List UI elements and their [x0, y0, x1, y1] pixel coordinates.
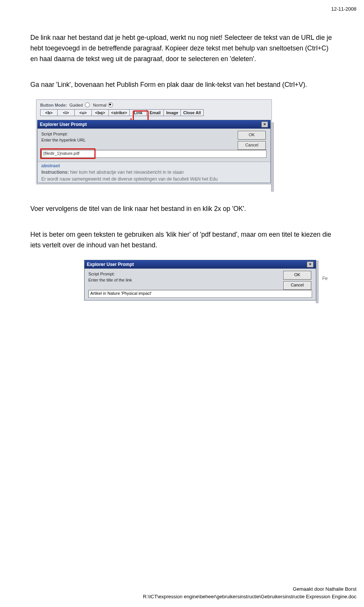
prompt-text: Enter the hyperlink URL — [41, 138, 267, 142]
radio-normal[interactable] — [108, 102, 113, 107]
dialog-hyperlink: Explorer User Prompt × OK Cancel Script … — [37, 120, 271, 183]
close-icon[interactable]: × — [307, 261, 314, 267]
cutoff-text: Fe — [322, 276, 328, 281]
scrollbar — [316, 261, 318, 303]
script-prompt-label: Script Prompt: — [41, 132, 267, 136]
struck-text: abstract — [40, 163, 268, 169]
prompt-text: Enter the title of the link — [88, 278, 312, 282]
toolbar-closeall[interactable]: Close All — [180, 109, 204, 116]
close-icon[interactable]: × — [261, 121, 268, 127]
dialog-link-title: Explorer User Prompt × OK Cancel Script … — [84, 260, 316, 300]
toolbar-email[interactable]: Email — [146, 109, 164, 116]
truncated-content-line: Er wordt nauw samengewerkt met de divers… — [40, 176, 268, 183]
mode-guided-text: Guided — [69, 103, 83, 107]
dialog-title: Explorer User Prompt — [40, 122, 87, 127]
toolbar-underline[interactable]: <u> — [74, 109, 92, 116]
mode-normal-text: Normal — [93, 103, 106, 107]
button-mode-label: Button Mode: — [40, 103, 67, 107]
paragraph-1: De link naar het bestand dat je hebt ge-… — [30, 32, 334, 64]
footer-author: Gemaakt door Nathalie Borst — [143, 585, 356, 593]
formatting-toolbar: <b> <i> <u> <bq> <strike> Link Email Ima… — [36, 109, 271, 118]
scrollbar — [271, 123, 274, 192]
paragraph-3: Voer vervolgens de titel van de link naa… — [30, 203, 334, 214]
toolbar-link[interactable]: Link — [129, 109, 147, 116]
radio-guided[interactable] — [85, 102, 90, 107]
toolbar-image[interactable]: Image — [163, 109, 181, 116]
screenshot-publish-form: Button Mode: Guided Normal <b> <i> <u> <… — [36, 99, 272, 184]
page-footer: Gemaakt door Nathalie Borst R:\ICT\expre… — [143, 585, 356, 600]
cancel-button[interactable]: Cancel — [238, 141, 266, 150]
hyperlink-url-input[interactable]: {filedir_1}nature.pdf — [41, 150, 267, 158]
dialog-title: Explorer User Prompt — [87, 262, 134, 267]
ok-button[interactable]: OK — [238, 131, 266, 140]
instructions-text: hier kom het abstractje van het nieuwsbe… — [70, 170, 184, 175]
link-title-input[interactable]: Artikel in Nature 'Physical impact' — [88, 290, 312, 298]
instructions-label: Instructions: — [41, 170, 69, 175]
screenshot-title-prompt: Fe Explorer User Prompt × OK Cancel Scri… — [83, 260, 317, 300]
toolbar-blockquote[interactable]: <bq> — [91, 109, 109, 116]
cancel-button[interactable]: Cancel — [283, 281, 311, 290]
script-prompt-label: Script Prompt: — [88, 272, 312, 276]
paragraph-2: Ga naar 'Link', bovenaan het Publish For… — [30, 79, 334, 90]
paragraph-4: Het is beter om geen teksten te gebruike… — [30, 229, 334, 250]
page-date: 12-11-2008 — [331, 6, 357, 12]
toolbar-strike[interactable]: <strike> — [108, 109, 130, 116]
footer-path: R:\ICT\expression engine\beheer\gebruike… — [143, 593, 356, 601]
toolbar-italic[interactable]: <i> — [57, 109, 75, 116]
ok-button[interactable]: OK — [283, 271, 311, 280]
toolbar-bold[interactable]: <b> — [40, 109, 58, 116]
